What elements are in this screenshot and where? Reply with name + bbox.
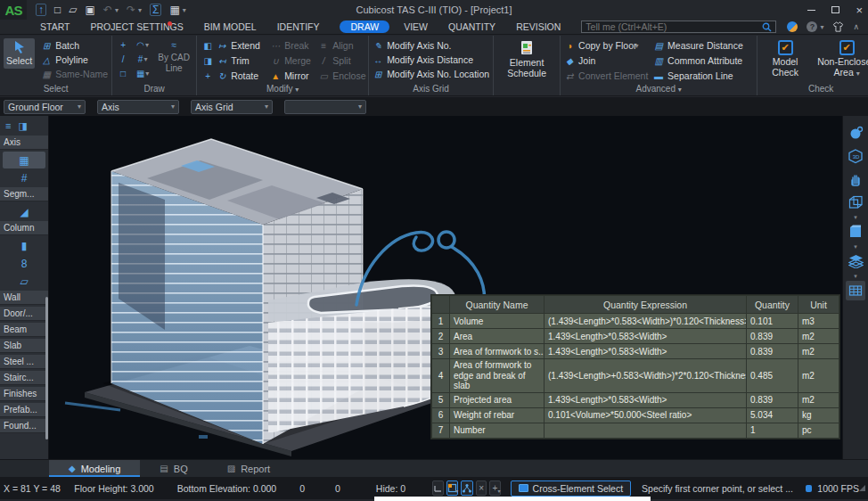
tool-column-cap[interactable]: 8 (0, 255, 48, 272)
copy-by-floor-button[interactable]: ◑Copy by Floor▾ (564, 38, 650, 53)
layers-caret-icon[interactable]: ▾ (854, 243, 857, 250)
table-row[interactable]: 1 Volume (1.439<Length>*0.583<Width>)*0.… (432, 314, 839, 329)
tab-quantity[interactable]: QUANTITY (448, 21, 495, 32)
app-logo[interactable]: AS (0, 0, 27, 20)
measure-distance-button[interactable]: ▤Measure Distance (653, 38, 753, 53)
sidebar-group-wall[interactable]: Wall (0, 291, 48, 305)
draw-line-button[interactable]: / (116, 53, 130, 66)
model-check-button[interactable]: ✔ Model Check (765, 38, 806, 79)
element-schedule-button[interactable]: Element Schedule (497, 38, 556, 80)
floor-caret-icon[interactable]: ▾ (854, 273, 857, 279)
extend-button[interactable]: ↦Extend (217, 38, 266, 53)
sidebar-group-axis[interactable]: Axis (0, 136, 48, 150)
draw-rect-button[interactable]: □ (116, 67, 130, 80)
help-icon[interactable]: ? (807, 21, 817, 32)
panel-toggle-icon[interactable]: ◨ (18, 120, 27, 132)
close-button[interactable]: × (856, 4, 863, 16)
merge-button[interactable]: ∪Merge (270, 53, 315, 68)
table-row[interactable]: 5 Projected area 1.439<Length>*0.583<Wid… (432, 392, 839, 407)
redo-icon[interactable]: ↷ (127, 4, 135, 15)
col-quantity-name[interactable]: Quantity Name (450, 296, 545, 314)
floor-grid-button[interactable] (846, 281, 865, 300)
draw-arc-button[interactable]: ◠▾ (135, 38, 150, 52)
tab-report[interactable]: ▨ Report (208, 460, 290, 477)
offset-button[interactable]: ◧ (201, 39, 215, 53)
sidebar-group-slab[interactable]: Slab (0, 339, 48, 353)
linked-select-button[interactable] (461, 480, 473, 496)
sum-icon[interactable]: Σ (150, 4, 161, 16)
tool-column[interactable]: ▮ (0, 237, 48, 254)
trim-button[interactable]: ↤Trim (217, 53, 266, 68)
select-button[interactable]: Select (4, 38, 35, 69)
break-button[interactable]: ⋯Break (270, 38, 315, 53)
sidebar-group-prefab[interactable]: Prefab... (0, 403, 48, 417)
search-input[interactable] (585, 21, 762, 32)
tool-segment[interactable]: ◢ (0, 203, 48, 220)
new-file-icon[interactable]: □ (54, 4, 61, 15)
tab-modeling[interactable]: ◆ Modeling (49, 460, 140, 477)
enclose-button[interactable]: ▭Enclose (318, 69, 364, 83)
sidebar-group-segment[interactable]: Segm... (0, 187, 48, 201)
shaded-view-button[interactable] (846, 222, 865, 242)
modify-axis-location-button[interactable]: ⊞Modify Axis No. Location (373, 67, 489, 81)
sidebar-group-beam[interactable]: Beam (0, 323, 48, 337)
sidebar-group-column[interactable]: Column (0, 221, 48, 235)
list-view-icon[interactable]: ≡ (5, 120, 11, 131)
undo-icon[interactable]: ↶ (103, 4, 112, 15)
col-unit[interactable]: Unit (798, 296, 839, 314)
mirror-button[interactable]: ▲Mirror (270, 69, 315, 83)
view-3d-button[interactable]: 3D (846, 146, 865, 166)
sidebar-group-staircase[interactable]: Stairc... (0, 371, 48, 385)
non-enclosed-area-button[interactable]: ✔ Non-Enclosed Area ▾ (813, 38, 868, 79)
deselect-button[interactable]: × (476, 480, 487, 496)
join-button[interactable]: ◆Join (564, 53, 650, 68)
align-button[interactable]: ≡Align (318, 38, 364, 53)
sidebar-group-steel[interactable]: Steel ... (0, 355, 48, 369)
pan-button[interactable] (846, 169, 865, 189)
rect-select-button[interactable]: ▾ (446, 480, 458, 496)
undo-caret-icon[interactable]: ▾ (115, 6, 119, 14)
table-row[interactable]: 2 Area 1.439<Length>*0.583<Width> 0.839 … (432, 329, 839, 344)
tab-bim-model[interactable]: BIM MODEL (204, 21, 257, 32)
ortho-mode-button[interactable] (432, 480, 444, 496)
table-find-icon[interactable]: ▦ (169, 4, 179, 15)
wireframe-view-button[interactable] (846, 193, 865, 212)
rotate-button[interactable]: ↻Rotate (217, 69, 266, 83)
sidebar-scrollbar[interactable] (45, 297, 48, 439)
maximize-button[interactable] (831, 6, 839, 13)
tab-draw[interactable]: DRAW (340, 21, 389, 33)
tab-project-settings[interactable]: PROJECT SETTINGS (90, 21, 183, 32)
table-row[interactable]: 4 Area of formwork to edge and break of … (432, 359, 839, 393)
extra-select[interactable]: ▾ (284, 100, 366, 114)
move-button[interactable]: + (201, 70, 215, 83)
group-label-advanced[interactable]: Advanced ▾ (564, 84, 753, 95)
help-caret-icon[interactable]: ▾ (820, 23, 823, 31)
sidebar-group-foundation[interactable]: Found... (0, 419, 48, 433)
polyline-button[interactable]: △Polyline (41, 53, 108, 67)
draw-point-button[interactable]: + (116, 38, 130, 52)
draw-node-button[interactable]: ≈ (167, 38, 181, 52)
minimize-button[interactable] (807, 10, 815, 11)
col-quantity[interactable]: Quantity (747, 296, 798, 314)
tab-revision[interactable]: REVISION (516, 21, 561, 32)
sidebar-group-door[interactable]: Door/... (0, 307, 48, 321)
cross-element-select-button[interactable]: Cross-Element Select (511, 480, 632, 497)
col-quantity-expression[interactable]: Quantity Expression (545, 296, 747, 314)
shading-caret-icon[interactable]: ▾ (854, 214, 857, 220)
modify-axis-no-button[interactable]: ✎Modify Axis No. (373, 38, 489, 53)
group-label-modify[interactable]: Modify ▾ (201, 84, 364, 95)
category-select[interactable]: Axis▾ (97, 100, 179, 114)
redo-caret-icon[interactable]: ▾ (138, 6, 142, 14)
sidebar-group-finishes[interactable]: Finishes (0, 387, 48, 401)
modify-axis-distance-button[interactable]: ↔Modify Axis Distance (373, 53, 489, 67)
separation-line-button[interactable]: ▬Separation Line (653, 69, 753, 83)
tool-structural-column[interactable]: ▱ (0, 273, 48, 290)
add-selection-button[interactable]: +▾ (489, 480, 500, 496)
collapse-ribbon-icon[interactable]: ∧ (853, 22, 859, 31)
tab-identify[interactable]: IDENTIFY (277, 21, 320, 32)
table-row[interactable]: 3 Area of formwork to s... 1.439<Length>… (432, 344, 839, 359)
tab-bq[interactable]: ▤ BQ (140, 460, 207, 477)
floor-select[interactable]: Ground Floor▾ (4, 100, 86, 114)
tellme-searchbox[interactable] (581, 21, 776, 33)
copy-button[interactable]: ◨ (201, 54, 215, 68)
